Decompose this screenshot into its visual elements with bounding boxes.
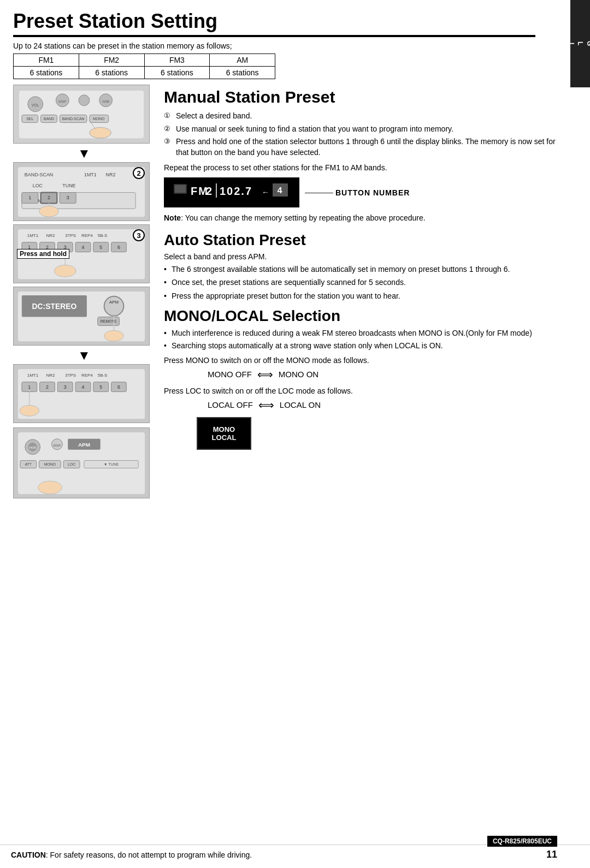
svg-text:1: 1 bbox=[28, 384, 31, 390]
svg-text:3: 3 bbox=[64, 384, 67, 390]
svg-text:▼ TUNE: ▼ TUNE bbox=[104, 462, 119, 466]
button-number-label-area: ———— BUTTON NUMBER bbox=[305, 188, 410, 197]
press-mono-text: Press MONO to switch on or off the MONO … bbox=[164, 356, 557, 365]
table-header-fm1: FM1 bbox=[14, 54, 79, 67]
radio-image-5: 1MT1 NR2 3TPS REP4 5B-S 1 2 3 4 5 bbox=[13, 364, 150, 423]
svg-text:3TPS: 3TPS bbox=[65, 373, 76, 378]
local-off: LOCAL OFF bbox=[208, 400, 253, 409]
right-column-text: Manual Station Preset ① Select a desired… bbox=[164, 85, 557, 502]
svg-point-105 bbox=[38, 481, 62, 494]
page-content: Preset Station Setting Up to 24 stations… bbox=[0, 0, 568, 545]
radio-image-1: VOL DISP HDB SEL BAND BAND-SCAN MONO bbox=[13, 85, 150, 144]
note-label: Note bbox=[164, 213, 181, 222]
press-and-hold-label: Press and hold bbox=[17, 249, 69, 259]
manual-preset-section: Manual Station Preset ① Select a desired… bbox=[164, 88, 557, 224]
display-box: FM 2 102.7 ← 4 bbox=[164, 177, 299, 207]
image-badge-2: 2 bbox=[133, 167, 145, 179]
svg-text:1MT1: 1MT1 bbox=[27, 233, 39, 238]
svg-rect-108 bbox=[175, 185, 186, 193]
repeat-text: Repeat the process to set other stations… bbox=[164, 163, 557, 172]
note-paragraph: Note: You can change the memory setting … bbox=[164, 213, 557, 224]
svg-text:1: 1 bbox=[28, 195, 31, 200]
side-tab-text: H bbox=[550, 41, 557, 46]
svg-point-65 bbox=[104, 330, 124, 341]
button-number-label: BUTTON NUMBER bbox=[335, 188, 410, 197]
table-header-fm2: FM2 bbox=[79, 54, 144, 67]
svg-text:5B-S: 5B-S bbox=[98, 373, 108, 378]
side-tab-text: S bbox=[558, 41, 566, 46]
display-row: FM 2 102.7 ← 4 bbox=[164, 177, 557, 207]
step-1-num: ① bbox=[164, 111, 170, 121]
svg-text:1MT1: 1MT1 bbox=[84, 172, 97, 177]
svg-text:HDB: HDB bbox=[102, 100, 109, 103]
mono-local-title: MONO/LOCAL Selection bbox=[164, 307, 557, 325]
caution-label: CAUTION bbox=[11, 851, 46, 859]
svg-text:5B-S: 5B-S bbox=[98, 233, 108, 238]
svg-text:2: 2 bbox=[48, 195, 50, 200]
press-loc-text: Press LOC to switch on or off the LOC mo… bbox=[164, 387, 557, 395]
auto-bullet-3: Press the appropriate preset button for … bbox=[164, 291, 557, 302]
step-2-num: ② bbox=[164, 124, 170, 134]
step-2-text: Use manual or seek tuning to find a stat… bbox=[176, 124, 453, 133]
radio-image-4: DC:STEREO APM REMOTE bbox=[13, 287, 150, 346]
local-on: LOCAL ON bbox=[280, 400, 321, 409]
model-badge: CQ-R825/R805EUC bbox=[487, 836, 557, 847]
svg-text:DC:STEREO: DC:STEREO bbox=[32, 302, 77, 311]
page-number: 11 bbox=[546, 849, 557, 860]
arrow-down-2: ▼ bbox=[13, 349, 155, 362]
note-text: You can change the memory setting by rep… bbox=[185, 213, 426, 222]
svg-text:NR2: NR2 bbox=[106, 172, 116, 177]
step-3-num: ③ bbox=[164, 136, 170, 146]
mono-on: MONO ON bbox=[279, 370, 318, 379]
svg-text:2: 2 bbox=[206, 185, 213, 197]
svg-text:MONO: MONO bbox=[93, 117, 105, 121]
auto-bullet-2: Once set, the preset stations are sequen… bbox=[164, 277, 557, 288]
table-cell-am: 6 stations bbox=[210, 67, 275, 79]
svg-text:2: 2 bbox=[46, 384, 49, 390]
svg-point-55 bbox=[54, 265, 76, 277]
svg-text:6: 6 bbox=[117, 245, 120, 250]
caution-text: : For safety reasons, do not attempt to … bbox=[46, 851, 252, 859]
svg-text:NR2: NR2 bbox=[46, 233, 55, 238]
step-1-text: Select a desired band. bbox=[176, 111, 252, 120]
svg-text:1MT1: 1MT1 bbox=[27, 373, 39, 378]
mono-local-section: MONO/LOCAL Selection Much interference i… bbox=[164, 307, 557, 450]
step-2: ② Use manual or seek tuning to find a st… bbox=[164, 124, 557, 135]
subtitle: Up to 24 stations can be preset in the s… bbox=[13, 41, 557, 50]
radio-image-6: HDB DISP APM ATT MONO LOC ▼ TUNE bbox=[13, 427, 150, 498]
mono-bullet-1: Much interference is reduced during a we… bbox=[164, 328, 557, 339]
svg-text:DISP: DISP bbox=[58, 100, 66, 103]
svg-text:4: 4 bbox=[277, 186, 284, 196]
radio-image-3: Press and hold 1MT1 NR2 3TPS REP4 5B-S 1… bbox=[13, 224, 150, 283]
manual-preset-steps: ① Select a desired band. ② Use manual or… bbox=[164, 111, 557, 158]
svg-text:3TPS: 3TPS bbox=[65, 233, 76, 238]
svg-text:APM: APM bbox=[109, 300, 119, 305]
mono-off: MONO OFF bbox=[208, 370, 252, 379]
mono-local-bullets: Much interference is reduced during a we… bbox=[164, 328, 557, 352]
auto-preset-section: Auto Station Preset Select a band and pr… bbox=[164, 231, 557, 302]
mono-double-arrow: ⟺ bbox=[257, 368, 273, 381]
table-header-am: AM bbox=[210, 54, 275, 67]
page-title: Preset Station Setting bbox=[13, 10, 535, 37]
svg-text:BAND-SCAN: BAND-SCAN bbox=[25, 172, 53, 177]
side-tab-text: L bbox=[576, 41, 584, 46]
side-tab-text: G bbox=[585, 41, 590, 46]
local-off-on-row: LOCAL OFF ⟺ LOCAL ON bbox=[208, 399, 557, 412]
svg-text:4: 4 bbox=[81, 384, 84, 390]
table-header-fm3: FM3 bbox=[144, 54, 210, 67]
svg-text:TUNE: TUNE bbox=[62, 183, 75, 188]
auto-bullet-1: The 6 strongest available stations will … bbox=[164, 264, 557, 275]
svg-point-17 bbox=[90, 127, 111, 138]
image-badge-3: 3 bbox=[133, 229, 145, 241]
mono-button-label: MONO bbox=[213, 425, 235, 433]
side-tab-text: I bbox=[567, 43, 575, 45]
auto-preset-bullets: The 6 strongest available stations will … bbox=[164, 264, 557, 302]
step-3-text: Press and hold one of the station select… bbox=[176, 137, 556, 157]
svg-text:SEL: SEL bbox=[26, 117, 33, 121]
svg-point-6 bbox=[79, 95, 90, 106]
table-cell-fm1: 6 stations bbox=[14, 67, 79, 79]
svg-text:HDB: HDB bbox=[29, 446, 36, 449]
table-cell-fm3: 6 stations bbox=[144, 67, 210, 79]
side-tab: E N G L I S H bbox=[570, 0, 590, 87]
svg-text:4: 4 bbox=[81, 245, 84, 250]
